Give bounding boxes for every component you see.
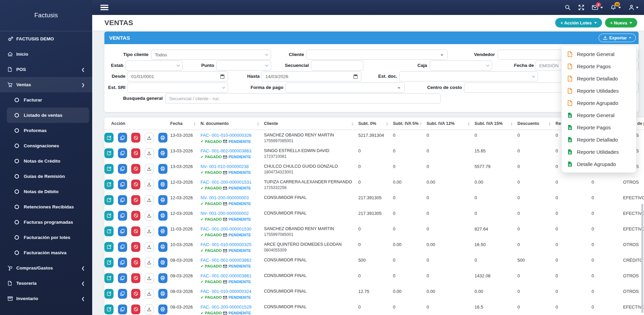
print-button[interactable] [158, 195, 167, 205]
edit-button[interactable] [104, 289, 114, 299]
notifications-icon[interactable]: 10 [610, 4, 621, 11]
export-menu-item[interactable]: Reporte General [562, 48, 636, 60]
void-button[interactable] [131, 273, 140, 283]
sidebar-item-inicio[interactable]: Inicio [0, 47, 92, 62]
submenu-item[interactable]: Notas de Crédito [0, 153, 92, 169]
sort-icon[interactable]: ▲▼ [386, 122, 388, 126]
accion-lotes-button[interactable]: + Acción Lotes [555, 18, 602, 27]
column-header[interactable]: Cliente ▲▼ [264, 117, 358, 130]
edit-button[interactable] [104, 180, 114, 189]
print-button[interactable] [158, 180, 167, 189]
void-button[interactable] [131, 133, 140, 143]
print-button[interactable] [158, 164, 167, 174]
download-button[interactable] [145, 289, 154, 299]
export-menu-item[interactable]: Reporte Detallado [562, 133, 636, 146]
copy-button[interactable] [118, 289, 127, 299]
submenu-item[interactable]: Consignaciones [0, 138, 92, 153]
export-menu-item[interactable]: Reporte Pagos [562, 60, 636, 72]
document-link[interactable]: FAC- 001-010-000000325 [200, 242, 262, 247]
submenu-item[interactable]: Facturar [0, 92, 92, 108]
edit-button[interactable] [104, 211, 114, 221]
print-button[interactable] [158, 211, 167, 221]
download-button[interactable] [145, 242, 154, 252]
messages-icon[interactable]: 2 [592, 5, 603, 10]
document-link[interactable]: NV- 001-200-000000003 [200, 195, 262, 200]
void-button[interactable] [131, 289, 140, 299]
print-button[interactable] [158, 242, 167, 252]
forma-pago-select[interactable] [285, 82, 405, 93]
print-button[interactable] [158, 258, 167, 267]
submenu-item[interactable]: Facturas programadas [0, 215, 92, 230]
void-button[interactable] [131, 195, 140, 205]
column-header[interactable]: Fecha ▲▼ [170, 117, 200, 130]
busqueda-input[interactable] [165, 93, 441, 104]
column-header[interactable]: Subt. IVA 12% ▲▼ [426, 117, 475, 130]
void-button[interactable] [131, 242, 140, 252]
edit-button[interactable] [104, 133, 114, 143]
user-menu-icon[interactable] [628, 4, 639, 11]
copy-button[interactable] [118, 304, 127, 314]
cliente-select[interactable] [306, 50, 448, 60]
sidebar-item-compras-gastos[interactable]: Compras/Gastos ❮ [0, 260, 92, 276]
void-button[interactable] [131, 180, 140, 189]
export-menu-item[interactable]: Detalle Agrupado [562, 158, 636, 170]
edit-button[interactable] [104, 258, 114, 267]
column-header[interactable]: Subt. IVA 5% ▲▼ [393, 117, 426, 130]
sort-icon[interactable]: ▲▼ [257, 122, 259, 126]
sort-icon[interactable]: ▲▼ [468, 122, 470, 126]
export-menu-item[interactable]: Reporte Agrupado [562, 97, 636, 109]
download-button[interactable] [145, 273, 154, 283]
print-button[interactable] [158, 133, 167, 143]
copy-button[interactable] [118, 148, 127, 158]
edit-button[interactable] [104, 273, 114, 283]
download-button[interactable] [145, 211, 154, 221]
sort-icon[interactable]: ▲▼ [194, 122, 196, 126]
edit-button[interactable] [104, 226, 114, 236]
edit-button[interactable] [104, 304, 114, 314]
column-header[interactable]: N. documento ▲▼ [200, 117, 264, 130]
sidebar-item-workspace[interactable]: FACTUSIS DEMO [0, 31, 92, 47]
submenu-item[interactable]: Facturación masiva [0, 245, 92, 260]
sort-icon[interactable]: ▲▼ [510, 122, 512, 126]
edit-button[interactable] [104, 164, 114, 174]
submenu-item[interactable]: Listado de ventas [7, 108, 89, 123]
column-header[interactable]: Descuento ▲▼ [518, 117, 556, 130]
document-link[interactable]: FAC- 001-002-000003862 [200, 258, 262, 263]
download-button[interactable] [145, 226, 154, 236]
print-button[interactable] [158, 226, 167, 236]
sort-icon[interactable]: ▲▼ [549, 122, 551, 126]
download-button[interactable] [145, 258, 154, 267]
void-button[interactable] [131, 258, 140, 267]
document-link[interactable]: FAC- 001-010-000000326 [200, 133, 262, 138]
copy-button[interactable] [118, 180, 127, 189]
document-link[interactable]: FAC- 001-200-000001531 [200, 180, 262, 185]
est-doc-select[interactable] [399, 71, 538, 81]
search-icon[interactable] [565, 4, 571, 11]
edit-button[interactable] [104, 195, 114, 205]
print-button[interactable] [158, 304, 167, 314]
document-link[interactable]: NV- 001-200-000000002 [200, 211, 262, 216]
edit-button[interactable] [104, 242, 114, 252]
submenu-item[interactable]: Notas de Débito [0, 184, 92, 199]
download-button[interactable] [145, 133, 154, 143]
document-link[interactable]: FAC- 001-200-000001530 [200, 226, 262, 231]
copy-button[interactable] [118, 258, 127, 267]
print-button[interactable] [158, 273, 167, 283]
print-button[interactable] [158, 289, 167, 299]
document-link[interactable]: FAC- 001-002-000003861 [200, 273, 262, 278]
download-button[interactable] [145, 304, 154, 314]
nueva-button[interactable]: + Nueva [605, 18, 637, 27]
void-button[interactable] [131, 226, 140, 236]
copy-button[interactable] [118, 164, 127, 174]
menu-toggle-icon[interactable] [100, 3, 108, 11]
column-header[interactable]: Acción ▲▼ [104, 117, 170, 130]
column-header[interactable]: Subt. IVA 15% ▲▼ [475, 117, 518, 130]
download-button[interactable] [145, 180, 154, 189]
sort-icon[interactable]: ▲▼ [351, 122, 354, 126]
copy-button[interactable] [118, 226, 127, 236]
sidebar-item-pos[interactable]: POS ❮ [0, 62, 92, 77]
export-menu-item[interactable]: Reporte General [562, 109, 636, 121]
edit-button[interactable] [104, 148, 114, 158]
submenu-item[interactable]: Proformas [0, 123, 92, 138]
export-menu-item[interactable]: Reporte Utilidades [562, 146, 636, 158]
